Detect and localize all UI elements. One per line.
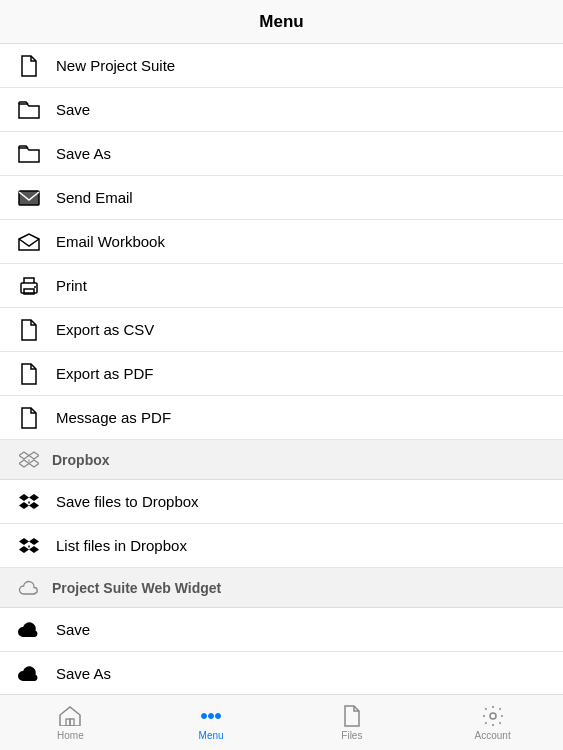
- tab-account[interactable]: Account: [422, 695, 563, 750]
- page-title: Menu: [259, 12, 303, 32]
- cloud-section-icon: [16, 575, 42, 601]
- menu-label-save: Save: [56, 101, 90, 118]
- file-msg-icon: [16, 405, 42, 431]
- dropbox-list-icon: [16, 533, 42, 559]
- envelope-open-icon: [16, 229, 42, 255]
- menu-item-cloud-save-as[interactable]: Save As: [0, 652, 563, 694]
- file-csv-icon: [16, 317, 42, 343]
- menu-item-message-pdf[interactable]: Message as PDF: [0, 396, 563, 440]
- menu-label-save-dropbox: Save files to Dropbox: [56, 493, 199, 510]
- tab-files-label: Files: [341, 730, 362, 741]
- dropbox-save-icon: [16, 489, 42, 515]
- tab-account-label: Account: [475, 730, 511, 741]
- menu-label-cloud-save-as: Save As: [56, 665, 111, 682]
- folder-icon-save-as: [16, 141, 42, 167]
- menu-dots-icon: [199, 704, 223, 728]
- menu-item-send-email[interactable]: Send Email: [0, 176, 563, 220]
- tab-files[interactable]: Files: [282, 695, 423, 750]
- menu-item-save-as[interactable]: Save As: [0, 132, 563, 176]
- tab-home-label: Home: [57, 730, 84, 741]
- section-header-dropbox: Dropbox: [0, 440, 563, 480]
- tab-bar: Home Menu Files Account: [0, 694, 563, 750]
- home-icon: [58, 704, 82, 728]
- menu-label-message-pdf: Message as PDF: [56, 409, 171, 426]
- menu-label-new-project-suite: New Project Suite: [56, 57, 175, 74]
- menu-item-export-pdf[interactable]: Export as PDF: [0, 352, 563, 396]
- menu-label-print: Print: [56, 277, 87, 294]
- menu-item-email-workbook[interactable]: Email Workbook: [0, 220, 563, 264]
- section-label-dropbox: Dropbox: [52, 452, 110, 468]
- print-icon: [16, 273, 42, 299]
- section-header-web-widget: Project Suite Web Widget: [0, 568, 563, 608]
- svg-rect-2: [24, 289, 34, 294]
- menu-label-send-email: Send Email: [56, 189, 133, 206]
- tab-menu[interactable]: Menu: [141, 695, 282, 750]
- dropbox-section-icon: [16, 447, 42, 473]
- menu-label-export-pdf: Export as PDF: [56, 365, 154, 382]
- menu-label-export-csv: Export as CSV: [56, 321, 154, 338]
- file-pdf-icon: [16, 361, 42, 387]
- menu-label-email-workbook: Email Workbook: [56, 233, 165, 250]
- section-label-web-widget: Project Suite Web Widget: [52, 580, 221, 596]
- folder-icon-save: [16, 97, 42, 123]
- menu-item-export-csv[interactable]: Export as CSV: [0, 308, 563, 352]
- files-icon: [340, 704, 364, 728]
- menu-item-new-project-suite[interactable]: New Project Suite: [0, 44, 563, 88]
- envelope-filled-icon: [16, 185, 42, 211]
- svg-rect-0: [19, 191, 39, 205]
- cloud-save-icon: [16, 617, 42, 643]
- menu-scroll-area: New Project Suite Save Save As: [0, 44, 563, 694]
- tab-menu-label: Menu: [199, 730, 224, 741]
- menu-item-cloud-save[interactable]: Save: [0, 608, 563, 652]
- menu-label-list-dropbox: List files in Dropbox: [56, 537, 187, 554]
- svg-point-3: [34, 286, 36, 288]
- svg-point-11: [216, 714, 221, 719]
- svg-point-12: [490, 713, 496, 719]
- new-file-icon: [16, 53, 42, 79]
- menu-label-cloud-save: Save: [56, 621, 90, 638]
- svg-rect-8: [70, 719, 74, 726]
- menu-item-save[interactable]: Save: [0, 88, 563, 132]
- svg-point-9: [202, 714, 207, 719]
- svg-point-10: [209, 714, 214, 719]
- menu-item-print[interactable]: Print: [0, 264, 563, 308]
- top-bar: Menu: [0, 0, 563, 44]
- menu-label-save-as: Save As: [56, 145, 111, 162]
- cloud-save-as-icon: [16, 661, 42, 687]
- tab-home[interactable]: Home: [0, 695, 141, 750]
- menu-item-save-dropbox[interactable]: Save files to Dropbox: [0, 480, 563, 524]
- gear-icon: [481, 704, 505, 728]
- menu-item-list-dropbox[interactable]: List files in Dropbox: [0, 524, 563, 568]
